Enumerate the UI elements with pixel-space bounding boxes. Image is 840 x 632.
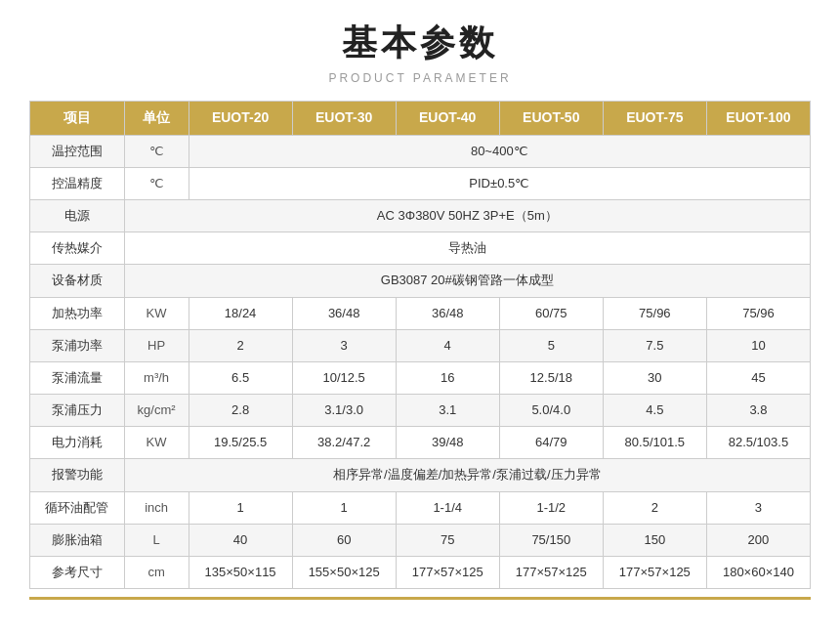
cell-euot40: 75 [396, 524, 499, 556]
table-row: 加热功率KW18/2436/4836/4860/7575/9675/96 [30, 297, 811, 329]
cell-name: 泵浦流量 [30, 361, 125, 394]
cell-unit: kg/cm² [124, 395, 189, 427]
cell-name: 控温精度 [30, 167, 125, 199]
cell-unit: ℃ [124, 167, 189, 199]
table-row: 泵浦功率HP23457.510 [30, 329, 811, 361]
table-row: 电源AC 3Φ380V 50HZ 3P+E（5m） [30, 199, 811, 232]
cell-euot40: 39/48 [396, 427, 499, 459]
title-section: 基本参数 PRODUCT PARAMETER [29, 20, 811, 85]
cell-euot50: 5.0/4.0 [499, 395, 603, 427]
cell-euot75: 150 [603, 524, 706, 556]
bottom-line [29, 597, 811, 600]
cell-unit: HP [124, 329, 189, 361]
cell-merged-value: PID±0.5℃ [189, 167, 810, 199]
table-row: 泵浦流量m³/h6.510/12.51612.5/183045 [30, 361, 811, 394]
cell-name: 报警功能 [30, 459, 125, 491]
cell-name: 泵浦功率 [30, 329, 125, 361]
cell-euot40: 36/48 [396, 297, 499, 329]
col-header-unit: 单位 [124, 102, 189, 136]
table-header: 项目 单位 EUOT-20 EUOT-30 EUOT-40 EUOT-50 EU… [30, 102, 811, 136]
cell-merged-value: 导热油 [124, 232, 810, 265]
main-title: 基本参数 [29, 20, 811, 67]
sub-title: PRODUCT PARAMETER [29, 71, 811, 85]
header-row: 项目 单位 EUOT-20 EUOT-30 EUOT-40 EUOT-50 EU… [30, 102, 811, 136]
cell-euot50: 64/79 [499, 427, 603, 459]
col-header-euot40: EUOT-40 [396, 102, 499, 136]
cell-euot75: 4.5 [603, 395, 706, 427]
cell-name: 传热媒介 [30, 232, 125, 265]
cell-name: 加热功率 [30, 297, 125, 329]
col-header-euot20: EUOT-20 [189, 102, 292, 136]
cell-euot75: 80.5/101.5 [603, 427, 706, 459]
page-wrapper: 基本参数 PRODUCT PARAMETER 项目 单位 EUOT-20 EUO… [0, 0, 840, 629]
table-row: 传热媒介导热油 [30, 232, 811, 265]
cell-euot75: 75/96 [603, 297, 706, 329]
table-row: 泵浦压力kg/cm²2.83.1/3.03.15.0/4.04.53.8 [30, 395, 811, 427]
cell-unit: inch [124, 491, 189, 524]
cell-euot100: 3.8 [706, 395, 810, 427]
cell-merged-value: GB3087 20#碳钢管路一体成型 [124, 265, 810, 297]
cell-unit: L [124, 524, 189, 556]
cell-name: 泵浦压力 [30, 395, 125, 427]
cell-euot75: 2 [603, 491, 706, 524]
cell-euot100: 10 [706, 329, 810, 361]
cell-euot30: 1 [292, 491, 396, 524]
cell-euot100: 180×60×140 [706, 557, 810, 589]
cell-euot100: 200 [706, 524, 810, 556]
cell-euot50: 1-1/2 [499, 491, 603, 524]
table-row: 温控范围℃80~400℃ [30, 135, 811, 167]
cell-unit: KW [124, 427, 189, 459]
cell-euot40: 177×57×125 [396, 557, 499, 589]
cell-euot20: 2 [189, 329, 292, 361]
table-row: 膨胀油箱L40607575/150150200 [30, 524, 811, 556]
cell-euot30: 10/12.5 [292, 361, 396, 394]
cell-euot20: 6.5 [189, 361, 292, 394]
table-row: 报警功能相序异常/温度偏差/加热异常/泵浦过载/压力异常 [30, 459, 811, 491]
cell-euot100: 75/96 [706, 297, 810, 329]
cell-euot30: 3.1/3.0 [292, 395, 396, 427]
cell-euot30: 36/48 [292, 297, 396, 329]
table-row: 循环油配管inch111-1/41-1/223 [30, 491, 811, 524]
cell-name: 温控范围 [30, 135, 125, 167]
cell-euot40: 4 [396, 329, 499, 361]
cell-merged-value: 80~400℃ [189, 135, 810, 167]
cell-euot30: 38.2/47.2 [292, 427, 396, 459]
cell-euot20: 2.8 [189, 395, 292, 427]
table-row: 参考尺寸cm135×50×115155×50×125177×57×125177×… [30, 557, 811, 589]
cell-euot100: 3 [706, 491, 810, 524]
cell-euot40: 16 [396, 361, 499, 394]
cell-euot30: 3 [292, 329, 396, 361]
col-header-euot50: EUOT-50 [499, 102, 603, 136]
cell-euot30: 60 [292, 524, 396, 556]
cell-euot100: 82.5/103.5 [706, 427, 810, 459]
cell-euot50: 5 [499, 329, 603, 361]
cell-unit: KW [124, 297, 189, 329]
col-header-euot100: EUOT-100 [706, 102, 810, 136]
cell-euot20: 19.5/25.5 [189, 427, 292, 459]
cell-euot75: 30 [603, 361, 706, 394]
cell-euot100: 45 [706, 361, 810, 394]
cell-euot30: 155×50×125 [292, 557, 396, 589]
col-header-euot30: EUOT-30 [292, 102, 396, 136]
table-body: 温控范围℃80~400℃控温精度℃PID±0.5℃电源AC 3Φ380V 50H… [30, 135, 811, 589]
col-header-name: 项目 [30, 102, 125, 136]
table-row: 设备材质GB3087 20#碳钢管路一体成型 [30, 265, 811, 297]
cell-name: 电力消耗 [30, 427, 125, 459]
cell-euot40: 1-1/4 [396, 491, 499, 524]
cell-euot50: 75/150 [499, 524, 603, 556]
cell-unit: m³/h [124, 361, 189, 394]
cell-euot20: 1 [189, 491, 292, 524]
cell-name: 电源 [30, 199, 125, 232]
cell-name: 设备材质 [30, 265, 125, 297]
cell-unit: ℃ [124, 135, 189, 167]
cell-euot50: 12.5/18 [499, 361, 603, 394]
cell-unit: cm [124, 557, 189, 589]
cell-name: 循环油配管 [30, 491, 125, 524]
col-header-euot75: EUOT-75 [603, 102, 706, 136]
cell-name: 膨胀油箱 [30, 524, 125, 556]
cell-euot20: 40 [189, 524, 292, 556]
param-table: 项目 单位 EUOT-20 EUOT-30 EUOT-40 EUOT-50 EU… [29, 101, 811, 589]
cell-euot50: 177×57×125 [499, 557, 603, 589]
cell-euot75: 177×57×125 [603, 557, 706, 589]
cell-euot50: 60/75 [499, 297, 603, 329]
